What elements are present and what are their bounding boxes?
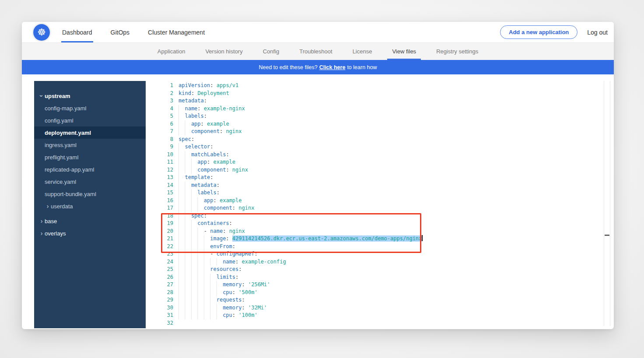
- nav-item-dashboard[interactable]: Dashboard: [61, 22, 93, 42]
- tree-item-config-map-yaml[interactable]: config-map.yaml: [34, 102, 146, 114]
- code-line-9: 9selector:: [151, 143, 604, 151]
- tab-view-files[interactable]: View files: [387, 43, 421, 60]
- nav-item-cluster-management[interactable]: Cluster Management: [147, 22, 206, 42]
- admin-console-window: ☸ DashboardGitOpsCluster Management Add …: [22, 22, 614, 329]
- code-line-32: 32: [151, 319, 604, 326]
- line-number: 25: [151, 266, 178, 274]
- tree-item-label: upstream: [45, 93, 70, 99]
- tree-item-upstream[interactable]: ›upstream: [34, 90, 146, 102]
- code-line-25: 25resources:: [151, 266, 604, 274]
- editor-content[interactable]: 1apiVersion: apps/v12kind: Deployment3me…: [151, 81, 604, 326]
- tree-item-label: overlays: [45, 230, 66, 237]
- code-line-29: 29requests:: [151, 296, 604, 304]
- tree-item-label: replicated-app.yaml: [45, 166, 94, 173]
- line-number: 6: [151, 120, 178, 128]
- code-line-6: 6app: example: [151, 120, 604, 128]
- tree-item-label: base: [45, 218, 57, 225]
- code-line-1: 1apiVersion: apps/v1: [151, 82, 604, 90]
- tree-item-label: preflight.yaml: [45, 154, 78, 161]
- top-navbar-right: Add a new application Log out: [500, 25, 614, 39]
- line-number: 24: [151, 258, 178, 266]
- code-line-14: 14metadata:: [151, 182, 604, 190]
- tree-item-preflight-yaml[interactable]: preflight.yaml: [34, 151, 146, 163]
- tree-item-label: service.yaml: [45, 179, 76, 185]
- code-line-23: 23- configMapRef:: [151, 250, 604, 258]
- line-number: 16: [151, 197, 178, 205]
- tree-item-label: config-map.yaml: [45, 105, 86, 112]
- code-line-21: 21image: 429114214526.dkr.ecr.us-east-2.…: [151, 235, 604, 243]
- line-number: 5: [151, 112, 178, 120]
- tab-registry-settings[interactable]: Registry settings: [431, 43, 483, 60]
- line-number: 10: [151, 151, 178, 159]
- tree-item-replicated-app-yaml[interactable]: replicated-app.yaml: [34, 163, 146, 175]
- selected-text: 429114214526.dkr.ecr.us-east-2.amazonaws…: [232, 235, 422, 242]
- tree-item-overlays[interactable]: ›overlays: [34, 227, 146, 239]
- code-line-31: 31cpu: '100m': [151, 312, 604, 319]
- tab-application[interactable]: Application: [153, 43, 190, 60]
- line-number: 20: [151, 228, 178, 235]
- click-here-link[interactable]: Click here: [319, 64, 346, 70]
- tree-item-deployment-yaml[interactable]: deployment.yaml: [34, 126, 146, 139]
- tab-version-history[interactable]: Version history: [200, 43, 247, 60]
- chevron-down-icon: ›: [38, 93, 45, 99]
- code-line-19: 19containers:: [151, 220, 604, 228]
- chevron-right-icon: ›: [45, 203, 51, 210]
- line-number: 28: [151, 289, 178, 297]
- code-line-3: 3metadata:: [151, 97, 604, 105]
- code-line-10: 10matchLabels:: [151, 151, 604, 159]
- main-nav: DashboardGitOpsCluster Management: [61, 22, 206, 42]
- logout-link[interactable]: Log out: [587, 29, 608, 36]
- code-line-17: 17component: nginx: [151, 204, 604, 212]
- tree-item-support-bundle-yaml[interactable]: support-bundle.yaml: [34, 188, 146, 200]
- line-number: 11: [151, 158, 178, 166]
- kubernetes-logo: ☸: [33, 24, 50, 41]
- line-number: 26: [151, 274, 178, 281]
- editor-scrollbar[interactable]: [604, 81, 610, 326]
- line-number: 29: [151, 296, 178, 304]
- tree-item-userdata[interactable]: ›userdata: [34, 200, 146, 212]
- code-line-26: 26limits:: [151, 274, 604, 281]
- nav-item-gitops[interactable]: GitOps: [110, 22, 131, 42]
- code-line-16: 16app: example: [151, 197, 604, 205]
- tree-item-service-yaml[interactable]: service.yaml: [34, 175, 146, 188]
- code-line-2: 2kind: Deployment: [151, 90, 604, 98]
- code-line-22: 22envFrom:: [151, 243, 604, 251]
- tree-item-label: config.yaml: [45, 117, 74, 124]
- top-navbar: ☸ DashboardGitOpsCluster Management Add …: [22, 22, 614, 43]
- tree-item-label: support-bundle.yaml: [45, 191, 96, 197]
- tree-item-config-yaml[interactable]: config.yaml: [34, 114, 146, 126]
- code-line-20: 20- name: nginx: [151, 228, 604, 235]
- line-number: 19: [151, 220, 178, 228]
- line-number: 9: [151, 143, 178, 151]
- tree-item-base[interactable]: ›base: [34, 215, 146, 227]
- line-number: 2: [151, 90, 178, 98]
- tree-item-label: ingress.yaml: [45, 142, 77, 148]
- tab-troubleshoot[interactable]: Troubleshoot: [294, 43, 337, 60]
- tab-license[interactable]: License: [348, 43, 377, 60]
- content-area: ›upstreamconfig-map.yamlconfig.yamldeplo…: [22, 74, 614, 329]
- kubernetes-wheel-icon: ☸: [37, 28, 46, 37]
- file-tree-sidebar: ›upstreamconfig-map.yamlconfig.yamldeplo…: [34, 81, 146, 328]
- line-number: 18: [151, 212, 178, 220]
- text-cursor: [422, 235, 423, 241]
- code-editor: 1apiVersion: apps/v12kind: Deployment3me…: [151, 81, 610, 326]
- line-number: 30: [151, 304, 178, 312]
- code-line-7: 7component: nginx: [151, 128, 604, 136]
- code-line-4: 4name: example-nginx: [151, 105, 604, 113]
- chevron-right-icon: ›: [38, 230, 45, 237]
- line-number: 32: [151, 319, 178, 326]
- line-number: 14: [151, 182, 178, 190]
- banner-text-post: to learn how: [347, 64, 377, 70]
- app-tabs-bar: ApplicationVersion historyConfigTroubles…: [22, 43, 614, 60]
- code-line-5: 5labels:: [151, 112, 604, 120]
- chevron-right-icon: ›: [38, 218, 45, 225]
- cursor-position-marker: [605, 235, 609, 236]
- line-number: 31: [151, 312, 178, 319]
- tab-config[interactable]: Config: [258, 43, 284, 60]
- tree-item-label: deployment.yaml: [45, 130, 91, 136]
- tree-item-ingress-yaml[interactable]: ingress.yaml: [34, 139, 146, 151]
- line-number: 22: [151, 243, 178, 251]
- edit-files-banner: Need to edit these files? Click here to …: [22, 60, 614, 74]
- code-line-15: 15labels:: [151, 189, 604, 197]
- add-application-button[interactable]: Add a new application: [500, 25, 578, 39]
